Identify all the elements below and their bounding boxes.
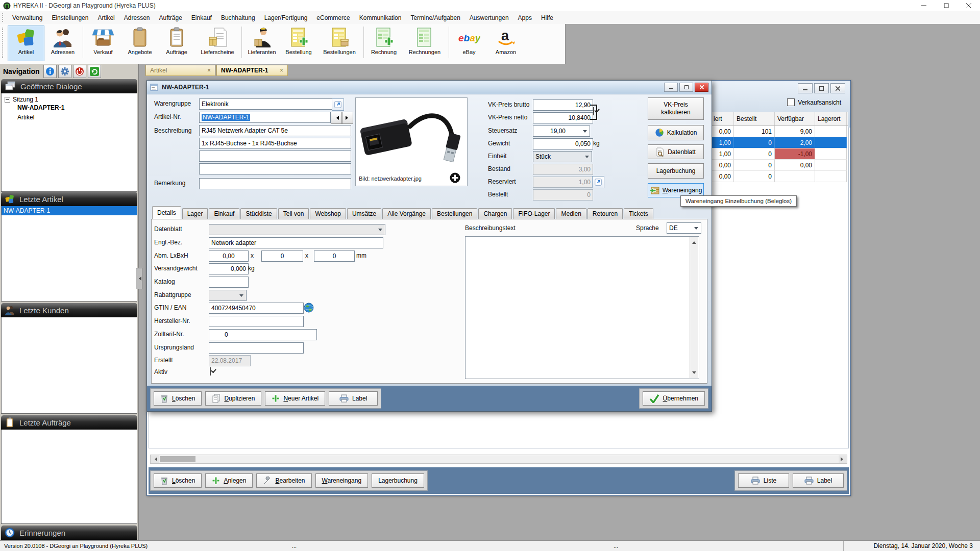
close-icon[interactable] [958,0,980,11]
panel-recent-customers-header[interactable]: Letzte Kunden [1,303,137,317]
kalkulation-button[interactable]: Kalkulation [648,125,704,140]
table-row-selected[interactable]: 1,00 0 2,00 [711,137,848,148]
toolbar-amazon[interactable]: a Amazon [487,26,524,61]
tab-webshop[interactable]: Webshop [310,208,346,219]
beschreibung-field-2[interactable]: 1x RJ45-Buchse - 1x RJ45-Buchse [199,138,351,149]
sidebar-collapse-handle[interactable] [136,268,142,289]
tab-fifo-lager[interactable]: FIFO-Lager [513,208,555,219]
vk-netto-field[interactable]: 10,8400 [533,112,593,123]
liste-button[interactable]: Liste [738,473,789,488]
uebernehmen-button[interactable]: Übernehmen [643,391,705,406]
menu-ecommerce[interactable]: eCommerce [312,14,354,21]
versandgewicht-field[interactable]: 0,000 [209,263,249,274]
toolbar-bestellung[interactable]: Bestellung [280,26,317,61]
price-link-checkbox[interactable] [593,107,594,115]
vk-brutto-field[interactable]: 12,90 [533,99,593,111]
next-article-icon[interactable] [342,112,353,124]
neuer-artikel-button[interactable]: Neuer Artikel [265,391,325,406]
tab-retouren[interactable]: Retouren [587,208,623,219]
doc-tab-nw-adapter-1[interactable]: NW-ADAPTER-1 × [216,65,288,76]
label-button[interactable]: Label [793,473,844,488]
menu-lager-fertigung[interactable]: Lager/Fertigung [260,14,312,21]
anlegen-button[interactable]: Anlegen [205,473,253,488]
tab-teil-von[interactable]: Teil von [278,208,309,219]
duplizieren-button[interactable]: Duplizieren [205,391,261,406]
datenblatt-select[interactable] [209,224,385,235]
engl-bez-field[interactable]: Network adapter [209,237,383,248]
recent-article-selected[interactable]: NW-ADAPTER-1 [2,206,137,215]
tab-details[interactable]: Details [152,206,181,219]
toolbar-ebay[interactable]: ebay eBay [451,26,487,61]
tree-session[interactable]: Sitzung 1 [5,96,134,103]
zolltarif-field[interactable]: 0 [209,329,317,340]
loeschen-button[interactable]: Löschen [154,473,202,488]
beschreibung-field-1[interactable]: RJ45 Netzwerk Adapter CAT 5e [199,125,351,136]
table-row[interactable]: 1,00 0 -1,00 [711,148,848,160]
menu-verwaltung[interactable]: Verwaltung [8,14,47,21]
beschreibung-field-3[interactable] [199,151,351,162]
tab-medien[interactable]: Medien [556,208,586,219]
menu-hilfe[interactable]: Hilfe [536,14,558,21]
maximize-icon[interactable] [679,83,693,92]
checkbox-icon[interactable] [787,98,795,106]
warengruppe-select[interactable]: Elektronik [199,98,339,110]
dialog-titlebar[interactable]: NW-ADAPTER-1 [147,81,712,94]
table-row[interactable]: 0,00 101 9,00 [711,126,848,137]
table-row[interactable]: 0,00 0 [711,171,848,182]
menu-auswertungen[interactable]: Auswertungen [465,14,513,21]
table-row[interactable]: 0,00 0 0,00 [711,160,848,171]
add-image-icon[interactable] [450,172,460,183]
menu-buchhaltung[interactable]: Buchhaltung [216,14,260,21]
tab-stueckliste[interactable]: Stückliste [240,208,277,219]
loeschen-button[interactable]: Löschen [154,391,202,406]
toolbar-lieferanten[interactable]: Lieferanten [243,26,280,61]
sprache-select[interactable]: DE [667,222,701,234]
label-button[interactable]: Label [329,391,378,406]
panel-recent-orders-header[interactable]: Letzte Aufträge [1,415,137,430]
toolbar-lieferscheine[interactable]: Lieferscheine [195,26,240,61]
column-header[interactable]: iert [711,112,734,126]
reserviert-open-icon[interactable] [592,176,604,188]
scroll-up-icon[interactable] [692,239,696,244]
lagerbuchung-button[interactable]: Lagerbuchung [372,473,424,488]
toolbar-rechnungen[interactable]: Rechnungen [402,26,447,61]
toolbar-angebote[interactable]: Angebote [121,26,158,61]
minimize-icon[interactable] [798,83,813,93]
menu-einstellungen[interactable]: Einstellungen [47,14,93,21]
menu-einkauf[interactable]: Einkauf [187,14,216,21]
abm-h-field[interactable]: 0 [314,251,355,262]
abm-l-field[interactable]: 0,00 [209,251,249,262]
gtin-field[interactable]: 4007249450470 [209,303,304,314]
power-icon[interactable] [73,65,86,78]
panel-recent-articles-header[interactable]: Letzte Artikel [1,192,137,206]
maximize-icon[interactable] [935,0,958,11]
refresh-icon[interactable] [88,65,101,78]
tree-item-nw-adapter-1[interactable]: NW-ADAPTER-1 [17,103,134,113]
ursprungsland-field[interactable] [209,342,304,354]
tree-collapse-icon[interactable] [5,97,10,103]
close-icon[interactable] [830,83,845,93]
katalog-field[interactable] [209,277,249,288]
doc-tab-artikel[interactable]: Artikel × [145,65,215,76]
menu-auftraege[interactable]: Aufträge [154,14,186,21]
info-icon[interactable] [43,65,57,78]
rabattgruppe-select[interactable] [209,290,247,301]
toolbar-artikel[interactable]: Artikel [8,26,44,61]
bemerkung-field[interactable] [199,178,351,189]
verkaufsansicht-checkbox[interactable]: Verkaufsansicht [787,98,841,106]
beschreibungstext-textarea[interactable] [465,236,699,379]
hersteller-field[interactable] [209,316,304,327]
warengruppe-open-icon[interactable] [332,98,344,111]
menu-kommunikation[interactable]: Kommunikation [355,14,406,21]
lagerbuchung-button[interactable]: Lagerbuchung [648,163,704,179]
vertical-scrollbar[interactable] [690,237,698,378]
tree-item-artikel[interactable]: Artikel [17,113,134,122]
scrollbar-thumb[interactable] [160,456,195,462]
tab-bestellungen[interactable]: Bestellungen [432,208,477,219]
scroll-left-icon[interactable] [151,455,159,463]
panel-reminders-header[interactable]: Erinnerungen [1,525,137,540]
menu-termine-aufgaben[interactable]: Termine/Aufgaben [406,14,464,21]
maximize-icon[interactable] [814,83,829,93]
toolbar-rechnung[interactable]: Rechnung [365,26,402,61]
tab-close-icon[interactable]: × [280,67,283,74]
